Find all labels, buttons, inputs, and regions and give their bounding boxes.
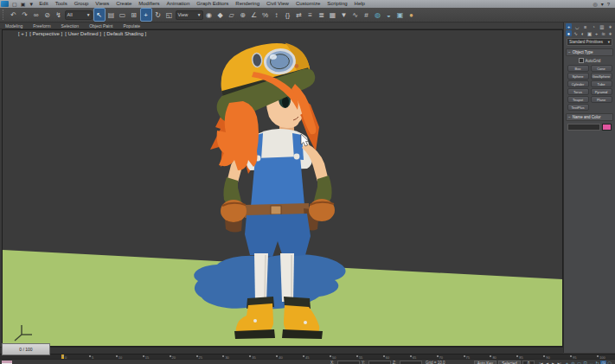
name-color-rollout-header[interactable]: − Name and Color [566,113,613,121]
create-tube-button[interactable]: Tube [591,80,612,87]
viewport-label-part-0[interactable]: [ + ] [18,31,27,36]
menu-customize[interactable]: Customize [292,1,324,6]
ribbon-tab-selection[interactable]: Selection [56,23,85,29]
toolbar-select-and-link[interactable]: ∞ [31,9,42,21]
go-to-end-icon[interactable]: ▶| [556,361,562,364]
pan-icon[interactable]: ↔ [588,361,594,364]
menu-scripting[interactable]: Scripting [324,1,350,6]
create-teapot-button[interactable]: Teapot [567,96,589,103]
toolbar-edit-named-selection-sets[interactable]: {} [283,9,293,21]
toolbar-reference-coordinate-dropdown[interactable]: View▾ [176,10,203,20]
toolbar-select-and-scale[interactable]: ◱ [164,9,175,21]
toolbar-spinner-snap-toggle[interactable]: ↕ [272,9,282,21]
menu-rendering[interactable]: Rendering [232,1,263,6]
toolbar-select-object[interactable]: ↖ [93,8,106,22]
subtab-systems[interactable]: ∗ [607,30,613,36]
toolbar-select-and-manipulate[interactable]: ◆ [215,9,226,21]
create-sphere-button[interactable]: Sphere [567,73,589,80]
create-torus-button[interactable]: Torus [567,88,589,95]
zoom-icon[interactable]: + [564,361,570,364]
play-icon[interactable]: ▶ [550,361,556,364]
toolbar-selection-filter-dropdown[interactable]: All▾ [65,10,93,20]
menu-edit[interactable]: Edit [35,1,51,6]
toolbar-window-crossing-toggle[interactable]: ⊞ [129,9,139,21]
new-scene-icon[interactable]: ▢ [10,2,19,7]
toolbar-toggle-layer-explorer[interactable]: ▦ [328,9,338,21]
viewport-label-part-2[interactable]: [ User Defined ] [65,31,101,36]
menu-animation[interactable]: Animation [163,1,194,6]
create-box-button[interactable]: Box [567,65,589,72]
object-name-input[interactable] [567,124,600,131]
coord-field-x[interactable] [337,361,360,364]
ribbon-tab-modeling[interactable]: Modeling [0,23,28,29]
toolbar-grip[interactable] [3,10,6,20]
toolbar-material-editor[interactable]: ◍ [373,9,383,21]
viewport-label-part-3[interactable]: [ Default Shading ] [104,31,146,36]
app-logo-icon[interactable] [1,1,9,7]
menu-civil-view[interactable]: Civil View [263,1,292,6]
maximize-viewport-icon[interactable]: ◳ [600,361,606,364]
coord-field-y[interactable] [368,361,391,364]
menu-views[interactable]: Views [92,1,112,6]
subtab-space-warps[interactable]: ≋ [600,30,606,36]
menu-create[interactable]: Create [112,1,135,6]
workspace-dropdown-icon[interactable]: ▾ [599,1,605,8]
coord-field-z[interactable] [400,361,422,364]
toolbar-rendered-frame-window[interactable]: ▣ [395,9,406,21]
perspective-viewport[interactable]: [ + ][ Perspective ][ User Defined ][ De… [2,29,563,347]
viewport-label-part-1[interactable]: [ Perspective ] [29,31,62,36]
toolbar-angle-snap-toggle[interactable]: ∠ [249,9,259,21]
ribbon-tab-object-paint[interactable]: Object Paint [84,23,118,29]
ribbon-tab-populate[interactable]: Populate [118,23,145,29]
primitive-category-dropdown[interactable]: Standard Primitives ▾ [567,38,612,46]
auto-key-button[interactable]: Auto Key [474,361,496,364]
open-file-icon[interactable]: ▣ [19,2,28,7]
create-textplus-button[interactable]: TextPlus [567,104,589,111]
tab-modify[interactable]: ◡ [574,23,580,29]
subtab-shapes[interactable]: ∿ [573,30,579,36]
go-to-start-icon[interactable]: |◀ [538,361,544,364]
subtab-cameras[interactable]: ▣ [586,30,593,36]
toolbar-select-by-name[interactable]: ▤ [106,9,117,21]
ribbon-tab-freeform[interactable]: Freeform [28,23,55,29]
create-plane-button[interactable]: Plane [591,96,612,103]
toolbar-render-setup[interactable]: ◒ [384,9,394,21]
toolbar-snaps-toggle[interactable]: ⊕ [238,9,248,21]
subtab-geometry[interactable]: ● [566,30,572,36]
previous-frame-icon[interactable]: ◀ [544,361,550,364]
search-icon[interactable]: ◎ [591,1,599,8]
time-slider-handle[interactable]: 0 / 100 [2,343,50,355]
toolbar-bind-to-space-warp[interactable]: ↯ [54,9,64,21]
menu-graph-editors[interactable]: Graph Editors [193,1,232,6]
menu-help[interactable]: Help [351,1,368,6]
toolbar-keyboard-shortcut-override[interactable]: ▱ [227,9,237,21]
toolbar-mirror[interactable]: ⇄ [294,9,304,21]
object-type-rollout-header[interactable]: − Object Type [566,48,613,56]
tab-hierarchy[interactable]: ≡ [582,23,588,29]
toolbar-unlink-selection[interactable]: ⊘ [42,9,53,21]
tab-utilities[interactable]: ∗ [607,23,613,29]
orbit-icon[interactable]: ↻ [594,361,600,364]
save-file-icon[interactable]: ▼ [27,2,35,7]
create-pyramid-button[interactable]: Pyramid [591,88,612,95]
zoom-extents-icon[interactable]: ▭ [576,361,582,364]
toolbar-select-and-move[interactable]: + [140,8,152,22]
create-geosphere-button[interactable]: GeoSphere [591,73,612,80]
help-icon[interactable]: ? [605,1,612,8]
zoom-region-icon[interactable]: ⊡ [582,361,588,364]
toolbar-render-production[interactable]: ● [407,9,417,21]
toolbar-toggle-ribbon[interactable]: ▼ [339,9,349,21]
key-mode-dropdown[interactable]: Selected [498,361,521,364]
menu-modifiers[interactable]: Modifiers [135,1,163,6]
toolbar-toggle-scene-explorer[interactable]: ≣ [317,9,327,21]
toolbar-use-pivot-point-center[interactable]: ◉ [204,9,215,21]
menu-group[interactable]: Group [71,1,93,6]
create-cylinder-button[interactable]: Cylinder [567,80,589,87]
field-of-view-icon[interactable]: ▢ [606,361,612,364]
toolbar-redo[interactable]: ↷ [20,9,30,21]
toolbar-undo[interactable]: ↶ [9,9,19,21]
subtab-lights[interactable]: ◐ [580,30,586,36]
toolbar-rectangular-selection-region[interactable]: ▭ [118,9,128,21]
object-color-swatch[interactable] [602,124,612,131]
autogrid-checkbox[interactable] [579,58,584,63]
